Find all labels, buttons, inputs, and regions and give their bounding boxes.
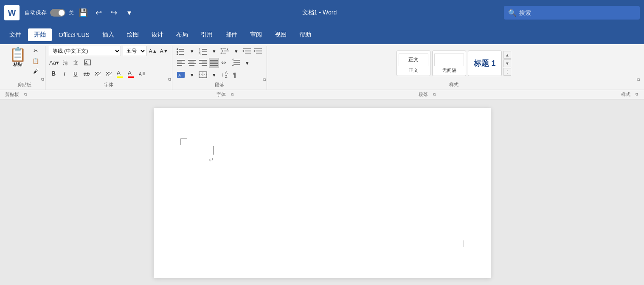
format-painter-button[interactable]: 🖌 [30,66,42,76]
superscript-button[interactable]: X2 [104,69,113,78]
bullets-dropdown[interactable]: ▾ [187,46,197,56]
svg-text:¶: ¶ [233,71,236,78]
justify-icon [209,58,219,68]
font-family-select[interactable]: 等线 (中文正文) [49,46,121,56]
word-logo: W [4,5,20,20]
svg-point-22 [221,53,222,54]
svg-text:A: A [85,61,88,65]
menu-item-home[interactable]: 开始 [28,28,52,41]
font-size-select[interactable]: 五号 [123,46,146,56]
svg-text:↕: ↕ [221,72,224,78]
change-case-button[interactable]: Aa▾ [49,58,59,67]
style-normal-button[interactable]: 正文 正文 [397,51,430,76]
increase-indent-button[interactable] [253,46,263,56]
char-shading-button[interactable]: 文 [72,58,82,67]
document-area[interactable]: ↵ [0,99,644,285]
menu-item-layout[interactable]: 布局 [170,28,194,41]
numbering-icon: 1. 2. 3. [198,46,208,56]
menu-item-references[interactable]: 引用 [195,28,219,41]
style-nospace-preview [434,54,464,66]
font-row-3: B I U ab X2 X2 A A A [49,69,146,78]
text-direction-button[interactable]: ⇔ [220,58,230,68]
menu-item-mailings[interactable]: 邮件 [219,28,243,41]
underline-button[interactable]: U [71,69,80,78]
font-expand-icon[interactable]: ⧉ [168,77,171,82]
svg-text:Z: Z [225,74,228,79]
text-highlight-button[interactable]: A [115,69,124,78]
italic-button[interactable]: I [60,69,69,78]
autosave-label: 自动保存 [25,9,47,17]
styles-scroll-more[interactable]: ⋮ [503,68,511,76]
customize-quick-access[interactable]: ▾ [123,7,135,19]
style-heading1-button[interactable]: 标题 1 [468,51,502,76]
borders-button[interactable] [198,70,208,80]
clear-format-button[interactable]: 清 [61,58,70,67]
shading-dropdown[interactable]: ▾ [187,70,197,80]
bold-button[interactable]: B [49,69,58,78]
subscript-button[interactable]: X2 [93,69,102,78]
numbering-button[interactable]: 1. 2. 3. [198,46,208,56]
bullets-button[interactable] [176,46,186,56]
menu-item-review[interactable]: 审阅 [244,28,268,41]
rb-paragraph: 段落 [393,91,436,98]
ribbon-bottom: 剪贴板 字体 段落 样式 [0,90,644,99]
paste-button[interactable]: 📋 粘贴 [7,46,29,69]
shading-button[interactable]: A [176,70,186,80]
para-row-1: ▾ 1. 2. 3. ▾ [176,46,263,56]
sort-button[interactable]: ↕ A Z [220,70,230,80]
search-box[interactable]: 🔍 [504,6,640,20]
search-input[interactable] [519,9,636,16]
cursor-area: ↵ [209,146,214,163]
char-border-button[interactable]: A [83,58,93,67]
style-heading1-label: 标题 1 [474,58,495,68]
line-spacing-button[interactable] [231,58,241,68]
char-spacing-button[interactable]: A [137,69,146,78]
menu-item-help[interactable]: 帮助 [293,28,317,41]
multilevel-dropdown[interactable]: ▾ [231,46,241,56]
svg-point-18 [221,48,222,50]
menu-item-view[interactable]: 视图 [269,28,292,41]
increase-indent-icon [253,46,263,56]
para-row-2: ⇔ ▾ [176,58,252,68]
grow-font-button[interactable]: A▲ [148,46,157,56]
menu-item-officeplus[interactable]: OfficePLUS [53,29,96,41]
menu-item-insert[interactable]: 插入 [96,28,120,41]
cut-button[interactable]: ✂ [30,46,42,55]
redo-button[interactable]: ↪ [108,7,120,19]
paragraph-expand-icon[interactable]: ⧉ [263,77,266,82]
clipboard-expand-icon[interactable]: ⧉ [41,77,44,82]
menu-item-design[interactable]: 设计 [146,28,169,41]
menu-item-draw[interactable]: 绘图 [121,28,145,41]
numbering-dropdown[interactable]: ▾ [209,46,219,56]
undo-button[interactable]: ↩ [93,7,104,19]
decrease-indent-button[interactable] [242,46,252,56]
style-nospace-button[interactable]: 无间隔 [432,51,466,76]
show-hide-button[interactable]: ¶ [231,70,241,80]
styles-scroll-up[interactable]: ▲ [503,51,511,59]
borders-dropdown[interactable]: ▾ [209,70,219,80]
justify-button[interactable] [209,58,219,68]
document-title: 文档1 - Word [138,9,501,17]
styles-expand-icon[interactable]: ⧉ [637,77,640,82]
text-cursor [214,146,214,155]
line-spacing-dropdown[interactable]: ▾ [242,58,252,68]
align-center-button[interactable] [187,58,197,68]
multilevel-list-button[interactable]: ▾ [220,46,230,56]
clipboard-label: 剪贴板 [7,82,42,88]
page[interactable]: ↵ [154,108,491,278]
styles-scroll-down[interactable]: ▼ [503,59,511,67]
autosave-toggle[interactable] [50,9,65,17]
copy-button[interactable]: 📋 [30,56,42,65]
rb-font: 字体 [191,91,234,98]
shrink-font-button[interactable]: A▼ [159,46,169,56]
align-right-button[interactable] [198,58,208,68]
title-bar: W 自动保存 关 💾 ↩ ↪ ▾ 文档1 - Word 🔍 [0,0,644,25]
clipboard-group: 📋 粘贴 ✂ 📋 🖌 剪贴板 ⧉ [3,46,45,90]
toggle-knob [59,10,65,16]
strikethrough-button[interactable]: ab [82,69,91,78]
font-color-button[interactable]: A [126,69,135,78]
save-button[interactable]: 💾 [77,7,89,19]
align-left-button[interactable] [176,58,186,68]
bullets-icon [176,46,186,56]
menu-item-file[interactable]: 文件 [3,28,27,41]
